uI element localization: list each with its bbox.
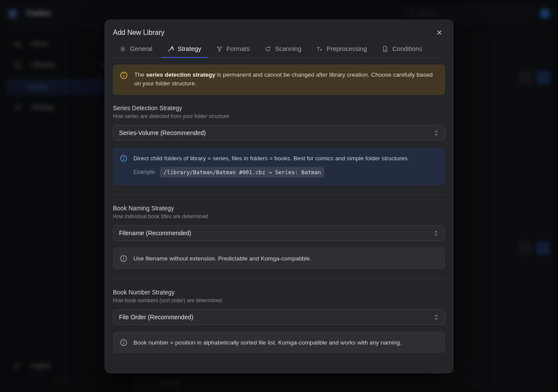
tab-preprocessing[interactable]: Preprocessing <box>310 43 374 57</box>
section-divider <box>113 195 445 195</box>
type-icon <box>316 46 323 52</box>
info-content: Direct child folders of library = series… <box>133 154 409 178</box>
permanent-strategy-warning: The series detection strategy is permane… <box>113 64 445 95</box>
book-number-select[interactable]: File Order (Recommended) <box>113 309 445 325</box>
example-code: /library/Batman/Batman #001.cbz → Series… <box>160 167 324 178</box>
book-naming-help: How individual book titles are determine… <box>113 213 445 220</box>
section-divider <box>113 279 445 279</box>
page: Codex Home Libraries + Comics Sett <box>0 0 558 392</box>
wand-icon <box>167 46 174 52</box>
info-text: Direct child folders of library = series… <box>133 154 409 162</box>
chevron-up-down-icon <box>433 230 439 237</box>
refresh-icon <box>265 46 271 52</box>
modal-header: Add New Library ✕ <box>105 20 453 37</box>
add-library-modal: Add New Library ✕ General Strategy Forma… <box>105 20 453 373</box>
tab-general[interactable]: General <box>113 43 159 57</box>
book-number-help: How book numbers (sort order) are determ… <box>113 297 445 304</box>
series-detection-label: Series Detection Strategy <box>113 105 445 112</box>
example-row: Example: /library/Batman/Batman #001.cbz… <box>133 167 409 178</box>
tab-strategy[interactable]: Strategy <box>161 43 208 57</box>
warning-text: The series detection strategy is permane… <box>134 71 438 88</box>
info-icon <box>120 155 127 162</box>
book-naming-select[interactable]: Filename (Recommended) <box>113 225 445 241</box>
series-detection-help: How series are detected from your folder… <box>113 113 445 119</box>
warning-info-icon <box>120 71 128 79</box>
example-label: Example: <box>133 168 156 176</box>
book-naming-info: Use filename without extension. Predicta… <box>113 247 445 269</box>
info-text: Book number = position in alphabetically… <box>133 339 401 346</box>
series-detection-select[interactable]: Series-Volume (Recommended) <box>113 125 445 141</box>
chevron-up-down-icon <box>433 130 439 136</box>
modal-tabs: General Strategy Formats Scanning Prepro… <box>113 43 445 58</box>
info-text: Use filename without extension. Predicta… <box>133 255 311 262</box>
series-detection-info: Direct child folders of library = series… <box>113 148 445 185</box>
modal-body: The series detection strategy is permane… <box>105 58 453 358</box>
book-number-info: Book number = position in alphabetically… <box>113 331 445 353</box>
book-number-label: Book Number Strategy <box>113 289 445 296</box>
chevron-up-down-icon <box>433 314 439 321</box>
modal-title: Add New Library <box>113 29 164 37</box>
info-icon <box>120 339 127 346</box>
gear-icon <box>119 46 126 52</box>
tab-scanning[interactable]: Scanning <box>258 43 308 57</box>
file-check-icon <box>382 46 388 52</box>
info-icon <box>120 255 127 262</box>
tab-conditions[interactable]: Conditions <box>375 43 429 57</box>
close-icon[interactable]: ✕ <box>436 29 442 37</box>
funnel-icon <box>216 46 223 52</box>
tab-formats[interactable]: Formats <box>210 43 256 57</box>
book-naming-label: Book Naming Strategy <box>113 205 445 212</box>
